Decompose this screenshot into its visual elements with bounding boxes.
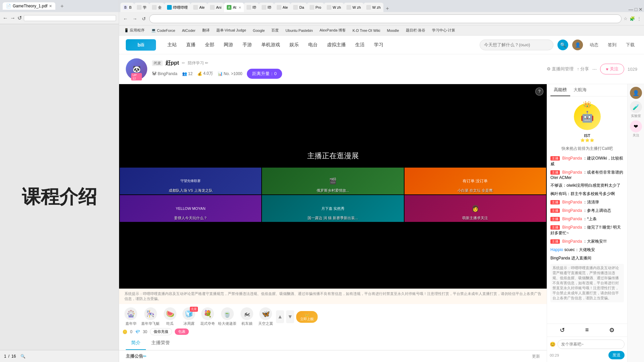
chat-input[interactable] [557, 340, 625, 349]
new-tab-button[interactable]: ＋ [59, 3, 65, 10]
tab-highscore[interactable]: 高能榜 [550, 84, 570, 96]
emoji-ice[interactable]: 🧊 北星 冰周露 [180, 307, 197, 326]
nav-timeline[interactable]: 动态 [587, 42, 601, 48]
browser-tab-ale1[interactable]: Ale [191, 3, 207, 12]
video-help-button[interactable]: ? [535, 87, 543, 96]
window-controls[interactable]: — □ ✕ [629, 7, 643, 12]
nav-entertainment[interactable]: 娱乐 [285, 36, 304, 54]
companion-tag[interactable]: 陪伴学习 ✏ [188, 60, 208, 66]
browser-tab-bi1[interactable]: 哔 [244, 3, 259, 12]
avatar-far-right[interactable]: 👤 [630, 87, 642, 99]
browser-tab-at[interactable]: AAt✕ [224, 3, 244, 12]
browser-tab-b[interactable]: BB [120, 3, 134, 12]
more-icon[interactable]: ⋯ [592, 67, 597, 72]
back-button[interactable]: ← [3, 15, 8, 21]
bookmark-codeforce[interactable]: 💻CodeForce [149, 27, 177, 34]
bili-logo[interactable]: bili [126, 39, 156, 51]
menu-icon[interactable]: ⋮ [637, 16, 641, 21]
thumb-card-1[interactable]: 守望先锋联赛 成都队入场 VS 上海龙之队 [120, 168, 261, 194]
bookmark-vj[interactable]: 题单·Virtual Judge [214, 27, 249, 34]
bookmark-translate[interactable]: 翻译 [200, 27, 212, 34]
browser-tab-da[interactable]: Da [290, 3, 307, 12]
thumb-card-5[interactable]: 月下嘉 实然秀 国一露边 润 猫 新赛季新出装... [262, 195, 404, 222]
bookmark-baidu[interactable]: 百度 [269, 27, 281, 34]
chat-send-button[interactable]: 发送 [608, 351, 625, 359]
streamer-avatar[interactable]: 🐼 UP 12 [126, 58, 147, 80]
nav-pc-game[interactable]: 网游 [219, 36, 238, 54]
bookmark-moodle[interactable]: Moodle [384, 27, 401, 34]
emoji-chigua[interactable]: 🍉 吃瓜 [162, 307, 178, 326]
pdf-tab[interactable]: 📄 GameTheory_1.pdf ✕ [3, 2, 55, 10]
browser-forward[interactable]: → [131, 15, 139, 22]
thumb-card-3[interactable]: 有订单 没订单 小白菜 在文坛 全是鹰 [405, 168, 546, 194]
pdf-tab-close[interactable]: ✕ [49, 4, 52, 8]
settings-icon[interactable]: ⚙ 直播间管理 [547, 66, 574, 72]
immediate-up-button[interactable]: 👑 立即上舰 [296, 311, 318, 323]
chat-tool-settings[interactable]: ⚙ [609, 326, 614, 334]
emoji-jianianhua[interactable]: 🎡 嘉年华 [122, 307, 139, 326]
browser-tab-zh2[interactable]: W zh [344, 3, 364, 12]
emoji-tea[interactable]: 🍵 给大佬递茶 [218, 307, 236, 326]
nav-vtuber[interactable]: 虚拟主播 [322, 36, 351, 54]
search-button[interactable]: 🔍 [557, 40, 568, 50]
bookmark-kdtree[interactable]: K-D Tree·OI Wiki [350, 27, 383, 34]
emoji-scroll-down[interactable]: ▼ [286, 310, 294, 323]
browser-tab-pro[interactable]: Pro [307, 3, 324, 12]
search-input[interactable] [480, 40, 553, 50]
thumb-card-6[interactable]: 👩 萌新主播求关注 [405, 195, 546, 222]
nav-all[interactable]: 全部 [200, 36, 219, 54]
pack-button[interactable]: 包裹 [175, 328, 189, 335]
browser-tab-ale2[interactable]: Ale [274, 3, 291, 12]
extension-icon[interactable]: 🧩 [630, 16, 635, 21]
share-icon[interactable]: ↑ 分享 [577, 66, 589, 72]
emoji-flower[interactable]: 💐 花式夺奇 [199, 307, 216, 326]
emoji-wing[interactable]: 🦋 天空之翼 [257, 307, 274, 326]
pdf-address-bar[interactable]: C:/Users/wbl/Desktop/上课/西大/GameTheory_1 [24, 15, 116, 21]
tab-honor[interactable]: 主播荣誉 [146, 337, 175, 350]
announcement-refresh[interactable]: 更新 [532, 354, 540, 359]
search-icon[interactable]: 🔍 [20, 354, 25, 359]
nav-live[interactable]: 直播 [181, 36, 200, 54]
bookmark-alexpanda[interactable]: AlexPanda·博客 [317, 27, 348, 34]
forward-button[interactable]: → [10, 15, 15, 21]
follow-button[interactable]: ♥ 关注 [600, 64, 624, 74]
url-bar[interactable]: live.bilibili.com/21624796 [149, 14, 622, 23]
recharge-button[interactable]: 值你充值 [150, 328, 172, 335]
nav-mobile-game[interactable]: 手游 [238, 36, 257, 54]
bookmark-ubuntu[interactable]: Ubuntu Pastebin [283, 27, 315, 34]
user-avatar[interactable]: 👤 [572, 40, 583, 50]
bookmark-luogu[interactable]: 题目栏·洛谷 [404, 27, 428, 34]
nav-checkin[interactable]: 签到 [605, 42, 619, 48]
emoji-motor[interactable]: 🏍 机车娘 [238, 307, 255, 326]
nav-radio[interactable]: 电台 [304, 36, 322, 54]
bookmark-star[interactable]: ☆ [624, 16, 628, 21]
distance-button[interactable]: 距离升量：0 [247, 69, 282, 79]
chat-tool-list[interactable]: ≡ [585, 326, 589, 334]
browser-tab-zh1[interactable]: W zh [324, 3, 344, 12]
nav-single-game[interactable]: 单机游戏 [257, 36, 285, 54]
bookmark-atcoder[interactable]: AtCoder [179, 27, 198, 34]
bookmark-apps[interactable]: 📱应用程序 [122, 27, 147, 34]
browser-tab-xue[interactable]: 学 [134, 3, 149, 12]
chat-tool-refresh[interactable]: ↺ [560, 326, 565, 334]
nav-life[interactable]: 生活 [351, 36, 369, 54]
browser-tab-bi2[interactable]: 哔 [259, 3, 274, 12]
browser-tab-ani[interactable]: Ani [207, 3, 224, 12]
follow-icon[interactable]: ❤ [630, 120, 642, 132]
browser-tab-zh3[interactable]: W zh [364, 3, 383, 12]
chat-emoji-button[interactable]: 😊 [550, 342, 555, 347]
browser-refresh[interactable]: ↺ [141, 15, 147, 22]
bookmark-study[interactable]: 学习中心·计算 [430, 27, 458, 34]
bookmark-google[interactable]: Google [251, 27, 267, 34]
tab-fleet[interactable]: 大航海 [570, 84, 590, 96]
browser-back[interactable]: ← [122, 15, 129, 22]
nav-download[interactable]: 下载 [623, 42, 637, 48]
thumb-card-4[interactable]: YELLOW MOYAN 姜饼人今天玩什么？ [120, 195, 261, 222]
browser-new-tab[interactable]: ＋ [385, 5, 390, 12]
emoji-scroll-up[interactable]: ▲ [276, 310, 284, 323]
emoji-jianianhua-fly[interactable]: 🎠 嘉年华飞艇 [141, 307, 160, 326]
nav-study[interactable]: 学习 [369, 36, 388, 54]
lab-icon[interactable]: 🧪 [630, 101, 642, 113]
refresh-button[interactable]: ↺ [17, 15, 22, 21]
browser-tab-bili[interactable]: 哔哩哔哩 [164, 3, 191, 12]
